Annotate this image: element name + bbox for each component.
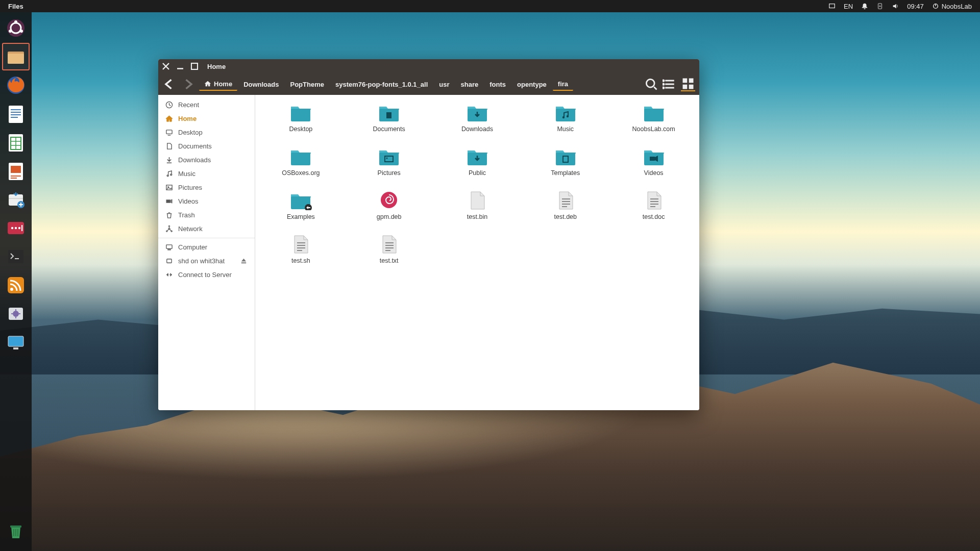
svg-point-32 — [20, 30, 23, 33]
breadcrumb-system76-pop-fonts-1-0-1-all[interactable]: system76-pop-fonts_1.0.1_all — [330, 79, 433, 90]
file-item[interactable]: Desktop — [259, 100, 342, 135]
active-app-label[interactable]: Files — [4, 3, 28, 10]
svg-point-30 — [14, 20, 17, 23]
dock-terminal[interactable] — [3, 244, 29, 269]
dock-settings[interactable] — [3, 301, 29, 327]
sidebar-item-connect-to-server[interactable]: Connect to Server — [158, 268, 255, 282]
file-item[interactable]: Public — [436, 144, 519, 179]
breadcrumb-home[interactable]: Home — [199, 78, 237, 91]
svg-rect-54 — [13, 347, 18, 349]
file-label: Music — [557, 126, 574, 133]
svg-point-51 — [13, 311, 19, 317]
window-titlebar[interactable]: Home — [158, 59, 699, 73]
svg-rect-25 — [829, 4, 835, 8]
file-item[interactable]: test.sh — [259, 232, 342, 266]
breadcrumb-poptheme[interactable]: PopTheme — [285, 79, 329, 90]
svg-rect-46 — [21, 225, 22, 231]
updates-icon[interactable] — [872, 3, 888, 10]
file-icon — [643, 190, 665, 210]
dock-rss[interactable] — [3, 272, 29, 298]
dock-firefox[interactable] — [3, 72, 29, 98]
file-icon — [554, 190, 577, 210]
file-item[interactable]: test.deb — [524, 188, 607, 222]
sidebar-item-desktop[interactable]: Desktop — [158, 126, 255, 139]
file-label: Templates — [551, 169, 580, 177]
grid-view-button[interactable] — [681, 77, 695, 91]
sidebar-item-shd-on-whit3hat[interactable]: shd on whit3hat — [158, 254, 255, 268]
dock-display[interactable] — [3, 330, 29, 355]
close-button[interactable] — [161, 62, 170, 71]
dock-files[interactable] — [3, 44, 29, 69]
session-menu[interactable]: NoobsLab — [928, 3, 976, 10]
sidebar-item-pictures[interactable]: Pictures — [158, 181, 255, 194]
file-item[interactable]: gpm.deb — [348, 188, 431, 222]
sidebar-item-trash[interactable]: Trash — [158, 208, 255, 222]
dock-impress[interactable] — [3, 158, 29, 184]
breadcrumb-fonts[interactable]: fonts — [484, 79, 511, 90]
dock-lastpass[interactable] — [3, 215, 29, 241]
file-item[interactable]: Downloads — [436, 100, 519, 135]
file-item[interactable]: test.bin — [436, 188, 519, 222]
nav-back-button[interactable] — [162, 77, 177, 91]
nav-forward-button[interactable] — [181, 77, 195, 91]
file-label: gpm.deb — [377, 213, 402, 220]
file-item[interactable]: Examples — [259, 188, 342, 222]
file-label: test.sh — [291, 257, 310, 264]
dock-trash[interactable] — [3, 518, 29, 544]
sidebar-item-music[interactable]: Music — [158, 167, 255, 181]
maximize-button[interactable] — [190, 62, 199, 71]
file-icon — [289, 146, 312, 166]
list-view-button[interactable] — [663, 77, 677, 91]
file-label: Pictures — [378, 169, 401, 177]
dock-calc[interactable] — [3, 130, 29, 155]
file-label: test.deb — [554, 213, 577, 220]
breadcrumb-fira[interactable]: fira — [553, 78, 573, 91]
svg-rect-39 — [11, 166, 21, 173]
file-item[interactable]: Music — [524, 100, 607, 135]
file-item[interactable]: Videos — [612, 144, 695, 179]
volume-icon[interactable] — [888, 3, 903, 10]
window-title: Home — [207, 63, 226, 70]
search-button[interactable] — [644, 77, 658, 91]
file-item[interactable]: NoobsLab.com — [612, 100, 695, 135]
file-item[interactable]: test.txt — [348, 232, 431, 266]
sidebar-item-home[interactable]: Home — [158, 112, 255, 126]
sidebar-item-documents[interactable]: Documents — [158, 139, 255, 153]
breadcrumb-opentype[interactable]: opentype — [512, 79, 552, 90]
notifications-icon[interactable] — [857, 3, 872, 10]
sidebar-item-videos[interactable]: Videos — [158, 194, 255, 208]
minimize-button[interactable] — [176, 62, 185, 71]
file-label: test.doc — [643, 213, 665, 220]
dock-writer[interactable] — [3, 101, 29, 127]
file-icon — [554, 146, 577, 166]
sidebar-item-network[interactable]: Network — [158, 222, 255, 236]
clock[interactable]: 09:47 — [903, 3, 928, 10]
svg-point-43 — [11, 227, 13, 229]
screen-icon[interactable] — [824, 3, 840, 10]
dock-ubuntu-dash[interactable] — [3, 15, 29, 41]
breadcrumb-share[interactable]: share — [456, 79, 484, 90]
file-item[interactable]: test.doc — [612, 188, 695, 222]
svg-rect-33 — [8, 52, 24, 64]
file-label: Public — [469, 169, 486, 177]
file-label: OSBoxes.org — [282, 169, 320, 177]
file-label: Videos — [644, 169, 664, 177]
file-item[interactable]: Pictures — [348, 144, 431, 179]
svg-rect-57 — [386, 112, 391, 118]
sidebar-item-recent[interactable]: Recent — [158, 98, 255, 112]
file-icon — [378, 190, 400, 210]
dock-software[interactable] — [3, 187, 29, 212]
breadcrumb-usr[interactable]: usr — [434, 79, 454, 90]
file-item[interactable]: Documents — [348, 100, 431, 135]
file-item[interactable]: Templates — [524, 144, 607, 179]
file-item[interactable]: OSBoxes.org — [259, 144, 342, 179]
folder-content[interactable]: DesktopDocumentsDownloadsMusicNoobsLab.c… — [255, 95, 699, 410]
file-icon — [466, 190, 488, 210]
sidebar-item-downloads[interactable]: Downloads — [158, 153, 255, 167]
file-icon — [289, 234, 312, 254]
breadcrumb-downloads[interactable]: Downloads — [238, 79, 284, 90]
file-label: Documents — [373, 126, 405, 133]
keyboard-lang[interactable]: EN — [840, 3, 857, 10]
sidebar-item-computer[interactable]: Computer — [158, 240, 255, 254]
file-icon — [289, 190, 312, 210]
